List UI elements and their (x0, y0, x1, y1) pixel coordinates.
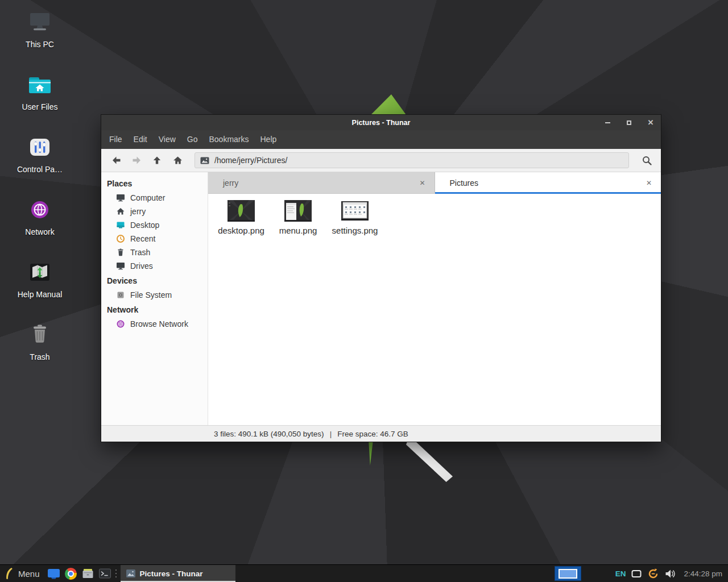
sliders-icon (26, 133, 54, 161)
up-button[interactable] (148, 152, 166, 169)
tab-label: jerry (223, 178, 417, 188)
minimize-icon (605, 122, 610, 123)
sidebar-item-browse-network[interactable]: Browse Network (101, 317, 208, 331)
desktop-icon-column: This PC User Files Control Pa… Network H… (7, 8, 73, 383)
image-thumbnail (284, 199, 312, 222)
workspace-switcher[interactable] (555, 566, 581, 581)
home-button[interactable] (168, 152, 187, 169)
terminal-icon (98, 568, 111, 579)
display-tray-icon[interactable] (631, 569, 642, 578)
desktop-icon-control-panel[interactable]: Control Pa… (7, 133, 73, 196)
file-name: desktop.png (218, 226, 264, 235)
desktop-icon-user-files[interactable]: User Files (7, 70, 73, 133)
tab-label: Pictures (450, 178, 644, 188)
taskbar-separator-handle[interactable] (114, 565, 118, 582)
file-name: menu.png (279, 226, 317, 235)
menu-go[interactable]: Go (181, 130, 204, 149)
hard-disk-icon (116, 290, 125, 300)
wallpaper-feather-white-quill (406, 442, 453, 482)
volume-tray-icon[interactable] (665, 569, 676, 579)
sidebar-item-label: Computer (130, 193, 165, 202)
chrome-icon (65, 568, 77, 580)
desktop-monitor-icon (116, 221, 125, 230)
file-manager-icon (47, 568, 60, 579)
tab-pictures[interactable]: Pictures ✕ (435, 172, 661, 193)
tab-close-icon[interactable]: ✕ (417, 178, 427, 188)
sidebar-item-desktop[interactable]: Desktop (101, 218, 208, 232)
window-image-icon (126, 569, 135, 577)
sidebar-item-file-system[interactable]: File System (101, 288, 208, 302)
sidebar-item-label: Desktop (130, 221, 159, 230)
toolbar: /home/jerry/Pictures/ (101, 149, 661, 172)
clock[interactable]: 2:44:28 pm (684, 569, 722, 578)
close-button[interactable]: ✕ (646, 118, 655, 127)
menu-bookmarks[interactable]: Bookmarks (203, 130, 254, 149)
chrome-launcher[interactable] (63, 565, 80, 582)
maximize-icon (627, 120, 631, 125)
archive-launcher[interactable] (80, 565, 97, 582)
workspace-window-preview (559, 569, 577, 579)
minimize-button[interactable] (603, 118, 612, 127)
tab-close-icon[interactable]: ✕ (644, 178, 654, 188)
search-button[interactable] (637, 152, 656, 169)
window-titlebar[interactable]: Pictures - Thunar ✕ (101, 115, 661, 130)
file-menu-png[interactable]: menu.png (270, 199, 326, 235)
file-desktop-png[interactable]: desktop.png (213, 199, 270, 235)
sidebar-item-jerry[interactable]: jerry (101, 205, 208, 218)
menu-view[interactable]: View (153, 130, 181, 149)
computer-icon (26, 8, 54, 36)
home-folder-icon (26, 70, 54, 99)
wallpaper-feather-green-sliver (365, 442, 378, 465)
sidebar-item-computer[interactable]: Computer (101, 191, 208, 205)
network-globe-icon (26, 196, 54, 224)
menu-edit[interactable]: Edit (128, 130, 153, 149)
path-text: /home/jerry/Pictures/ (214, 156, 287, 165)
help-manual-icon (26, 258, 54, 286)
computer-icon (116, 193, 125, 202)
close-icon: ✕ (648, 119, 654, 126)
maximize-button[interactable] (624, 118, 634, 127)
tab-bar: jerry ✕ Pictures ✕ (208, 172, 661, 194)
globe-icon (116, 319, 125, 329)
menu-help[interactable]: Help (255, 130, 283, 149)
home-icon (173, 156, 183, 165)
forward-button[interactable] (127, 152, 146, 169)
sidebar-item-label: Browse Network (130, 319, 188, 329)
file-manager-launcher[interactable] (46, 565, 63, 582)
thunar-window: Pictures - Thunar ✕ File Edit View Go Bo… (101, 115, 661, 442)
updates-tray-icon[interactable] (647, 568, 659, 580)
path-bar[interactable]: /home/jerry/Pictures/ (195, 152, 629, 168)
keyboard-layout-indicator[interactable]: EN (615, 569, 626, 578)
desktop-icon-network[interactable]: Network (7, 196, 73, 258)
sidebar-item-trash[interactable]: Trash (101, 246, 208, 259)
back-arrow-icon (111, 156, 121, 165)
desktop-icon-help-manual[interactable]: Help Manual (7, 258, 73, 321)
desktop-icon-label: Network (25, 227, 54, 236)
file-settings-png[interactable]: settings.png (326, 199, 383, 235)
start-menu-button[interactable]: Menu (0, 565, 46, 582)
image-thumbnail (341, 199, 369, 222)
desktop-icon-trash[interactable]: Trash (7, 321, 73, 383)
separator-dots-icon (115, 569, 117, 577)
menu-file[interactable]: File (104, 130, 128, 149)
desktop-icon-label: This PC (26, 40, 54, 49)
sidebar-header-network: Network (101, 302, 208, 317)
taskbar-window-button[interactable]: Pictures - Thunar (121, 565, 235, 582)
desktop-icon-label: Control Pa… (17, 165, 63, 174)
sidebar-item-recent[interactable]: Recent (101, 232, 208, 246)
trash-icon (116, 248, 125, 257)
desktop-icon-label: User Files (22, 102, 57, 111)
main-column: jerry ✕ Pictures ✕ desktop.png (208, 172, 661, 425)
file-view[interactable]: desktop.png menu.png settings.png (208, 194, 661, 425)
sidebar-item-label: File System (130, 290, 172, 300)
terminal-launcher[interactable] (97, 565, 114, 582)
sidebar-item-label: Trash (130, 248, 150, 257)
recent-clock-icon (116, 234, 125, 243)
back-button[interactable] (107, 152, 125, 169)
feather-logo-icon (5, 567, 14, 580)
sidebar-item-drives[interactable]: Drives (101, 259, 208, 273)
desktop-icon-this-pc[interactable]: This PC (7, 8, 73, 70)
tab-jerry[interactable]: jerry ✕ (208, 172, 435, 193)
up-arrow-icon (152, 156, 162, 165)
sidebar-header-devices: Devices (101, 273, 208, 288)
